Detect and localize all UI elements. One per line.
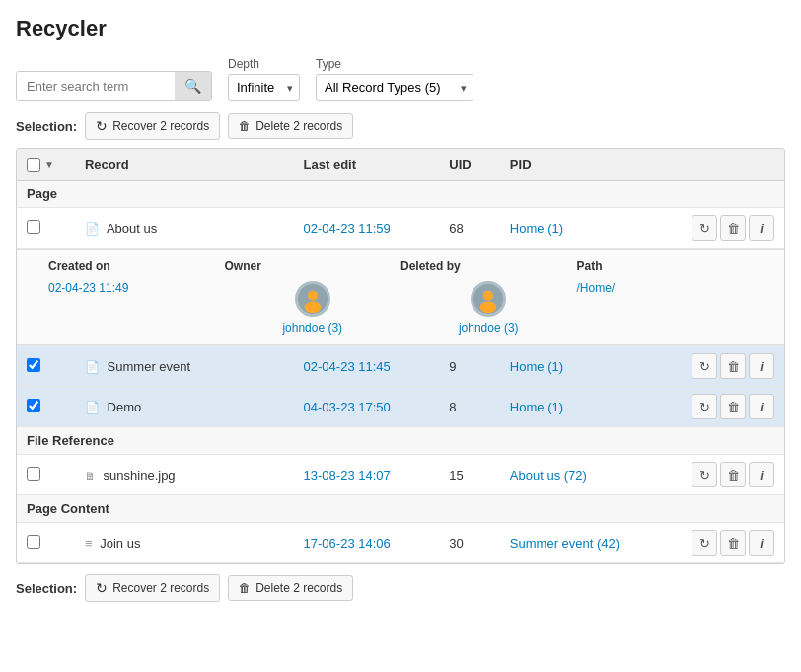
row-check-cell [17, 208, 75, 249]
row-actions-cell: ↻ 🗑 i [658, 346, 784, 387]
table-row: 📄 Demo 04-03-23 17:50 8 Home (1) ↻ 🗑 i [17, 387, 784, 427]
type-select[interactable]: All Record Types (5) [316, 74, 473, 101]
type-group: Type All Record Types (5) [316, 57, 473, 101]
detail-panel: Created on 02-04-23 11:49 Owner [17, 249, 784, 345]
row-pid-cell: Home (1) [500, 387, 658, 427]
sort-icon: ▼ [44, 159, 54, 170]
row-lastedit-cell: 13-08-23 14:07 [294, 455, 440, 495]
pid-link[interactable]: Home (1) [510, 221, 563, 236]
pid-link[interactable]: Home (1) [510, 400, 563, 414]
delete-row-button[interactable]: 🗑 [720, 530, 746, 556]
detail-col-created: Created on 02-04-23 11:49 [48, 260, 225, 335]
col-header-pid: PID [500, 149, 658, 181]
content-icon: ≡ [85, 536, 93, 551]
row-lastedit-cell: 04-03-23 17:50 [294, 387, 440, 427]
owner-avatar-img [295, 281, 330, 317]
file-icon: 🗎 [85, 470, 96, 482]
col-header-uid: UID [439, 149, 500, 181]
row-record-name: About us [107, 221, 157, 236]
row-uid-cell: 30 [439, 523, 500, 563]
row-record-cell: 📄 About us [75, 208, 294, 249]
pid-link[interactable]: About us (72) [510, 468, 587, 483]
selection-label-top: Selection: [16, 119, 77, 134]
page-icon: 📄 [85, 401, 100, 414]
info-row-button[interactable]: i [749, 215, 774, 241]
restore-row-button[interactable]: ↻ [692, 462, 717, 487]
detail-created-label: Created on [48, 260, 225, 273]
row-check-cell [17, 346, 75, 387]
detail-path-label: Path [577, 260, 754, 273]
svg-point-2 [304, 302, 321, 314]
delete-icon-top: 🗑 [239, 119, 251, 133]
table-row: 📄 Summer event 02-04-23 11:45 9 Home (1)… [17, 346, 784, 387]
restore-row-button[interactable]: ↻ [692, 353, 717, 379]
toolbar: 🔍 Depth Infinite Type All Record Types (… [16, 57, 785, 101]
deleted-avatar-img [471, 281, 506, 317]
search-button[interactable]: 🔍 [175, 72, 211, 100]
detail-owner-label: Owner [225, 260, 401, 273]
delete-row-button[interactable]: 🗑 [720, 394, 746, 419]
depth-dropdown-wrapper: Infinite [228, 74, 300, 101]
table-row: 📄 About us 02-04-23 11:59 68 Home (1) ↻ … [17, 208, 784, 249]
depth-label: Depth [228, 57, 300, 71]
table-header: ▼ Record Last edit UID PID [17, 149, 784, 181]
col-header-check: ▼ [17, 149, 75, 181]
owner-name: johndoe (3) [282, 321, 342, 335]
selection-bar-bottom: Selection: ↻ Recover 2 records 🗑 Delete … [16, 574, 785, 602]
row-pid-cell: About us (72) [500, 455, 658, 495]
delete-button-bottom[interactable]: 🗑 Delete 2 records [228, 575, 353, 601]
search-group: 🔍 [16, 71, 212, 101]
row-actions-cell: ↻ 🗑 i [658, 208, 784, 249]
check-all[interactable] [27, 158, 40, 172]
row-record-cell: 🗎 sunshine.jpg [75, 455, 294, 495]
row-checkbox-demo[interactable] [27, 399, 40, 412]
col-header-lastedit: Last edit [294, 149, 440, 181]
recover-icon-bottom: ↻ [96, 580, 108, 596]
depth-group: Depth Infinite [228, 57, 300, 101]
pid-link[interactable]: Summer event (42) [510, 536, 619, 551]
col-header-actions [658, 149, 784, 181]
info-row-button[interactable]: i [749, 394, 774, 419]
detail-path-value: /Home/ [577, 281, 754, 295]
depth-select[interactable]: Infinite [228, 74, 300, 101]
recover-label-top: Recover 2 records [112, 119, 209, 133]
delete-row-button[interactable]: 🗑 [720, 462, 746, 487]
row-record-cell: ≡ Join us [75, 523, 294, 563]
deleted-name: johndoe (3) [459, 321, 519, 335]
row-checkbox-about-us[interactable] [27, 220, 40, 234]
pid-link[interactable]: Home (1) [510, 359, 563, 374]
svg-point-1 [308, 291, 318, 301]
info-row-button[interactable]: i [749, 353, 774, 379]
recover-button-bottom[interactable]: ↻ Recover 2 records [85, 574, 220, 602]
info-row-button[interactable]: i [749, 462, 774, 487]
delete-row-button[interactable]: 🗑 [720, 215, 746, 241]
search-input[interactable] [17, 73, 175, 100]
row-record-name: Demo [108, 400, 142, 414]
row-record-name: sunshine.jpg [104, 468, 176, 483]
detail-owner-avatar: johndoe (3) [225, 281, 401, 335]
detail-col-path: Path /Home/ [577, 260, 754, 335]
detail-col-owner: Owner johndoe (3 [225, 260, 401, 335]
section-file-reference: File Reference [17, 427, 784, 455]
row-lastedit-cell: 02-04-23 11:59 [294, 208, 440, 249]
row-check-cell [17, 523, 75, 563]
row-record-cell: 📄 Summer event [75, 346, 294, 387]
restore-row-button[interactable]: ↻ [692, 215, 717, 241]
info-row-button[interactable]: i [749, 530, 774, 556]
detail-created-value: 02-04-23 11:49 [48, 281, 225, 295]
row-checkbox-join-us[interactable] [27, 535, 40, 549]
row-checkbox-sunshine[interactable] [27, 467, 40, 481]
type-dropdown-wrapper: All Record Types (5) [316, 74, 473, 101]
row-actions-cell: ↻ 🗑 i [658, 523, 784, 563]
page-title: Recycler [16, 16, 785, 41]
delete-button-top[interactable]: 🗑 Delete 2 records [228, 113, 353, 139]
restore-row-button[interactable]: ↻ [692, 530, 717, 556]
table-row: 🗎 sunshine.jpg 13-08-23 14:07 15 About u… [17, 455, 784, 495]
page-icon: 📄 [85, 360, 100, 374]
restore-row-button[interactable]: ↻ [692, 394, 717, 419]
selection-label-bottom: Selection: [16, 581, 77, 596]
detail-deleted-avatar: johndoe (3) [400, 281, 577, 335]
delete-row-button[interactable]: 🗑 [720, 353, 746, 379]
recover-button-top[interactable]: ↻ Recover 2 records [85, 112, 220, 140]
row-checkbox-summer-event[interactable] [27, 358, 40, 372]
